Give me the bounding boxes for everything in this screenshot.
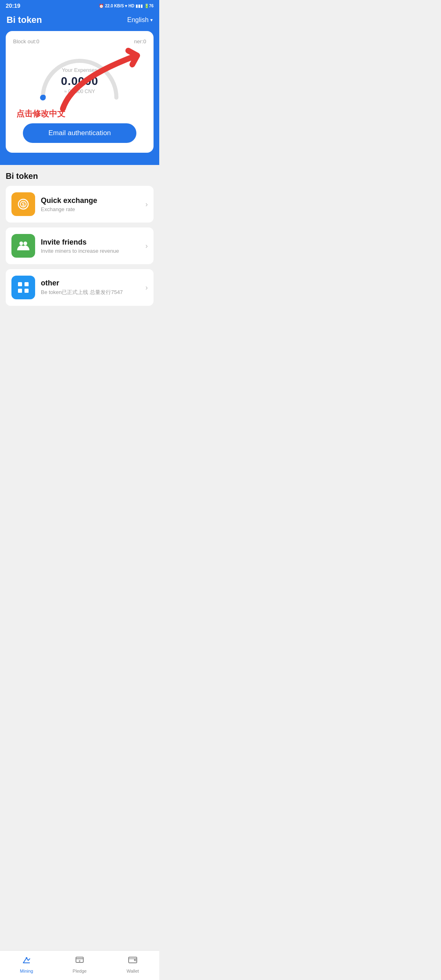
cny-value: ≈ 0.0000 CNY [61,89,98,94]
hd-icon: HD [128,4,134,8]
other-icon [11,276,35,299]
block-out-label: Block out:0 [13,38,39,45]
chinese-annotation: 点击修改中文 [16,108,146,119]
main-card: Block out:0 ner:0 Your Expenses 0.0000 ≈… [6,31,154,153]
invite-friends-text: Invite friends Invite miners to increase… [41,238,145,254]
signal-icon: ▮▮▮ [136,4,143,8]
section-title: Bi token [6,172,154,181]
expenses-value: 0.0000 [61,75,98,88]
gauge-container: Your Expenses 0.0000 ≈ 0.0000 CNY [13,49,146,102]
invite-friends-item[interactable]: Invite friends Invite miners to increase… [6,227,154,264]
svg-rect-8 [18,289,22,293]
content-section: Bi token $ Quick exchange Exchange rate … [0,165,159,343]
other-text: other Be token已正式上线 总量发行7547 [41,279,145,296]
svg-point-0 [40,95,46,100]
chevron-down-icon: ▾ [150,17,153,23]
other-title: other [41,279,145,287]
app-title: Bi token [7,15,42,25]
quick-exchange-title: Quick exchange [41,196,145,205]
invite-friends-chevron: › [145,242,148,250]
network-speed: 22.0 KB/S [105,4,124,8]
gauge-center: Your Expenses 0.0000 ≈ 0.0000 CNY [61,67,98,94]
card-header-row: Block out:0 ner:0 [13,38,146,45]
wifi-icon: ▾ [125,4,127,8]
app-header: Bi token English ▾ [0,11,159,25]
miner-label: ner:0 [134,38,146,45]
quick-exchange-icon: $ [11,192,35,216]
status-time: 20:19 [6,2,20,9]
battery-icon: 🔋76 [144,4,154,8]
other-chevron: › [145,283,148,292]
svg-text:$: $ [22,202,25,207]
language-label: English [127,16,149,24]
svg-rect-9 [24,289,29,293]
expenses-label: Your Expenses [61,67,98,73]
language-selector[interactable]: English ▾ [127,16,153,24]
status-icons: ⏰ 22.0 KB/S ▾ HD ▮▮▮ 🔋76 [99,4,154,8]
quick-exchange-item[interactable]: $ Quick exchange Exchange rate › [6,186,154,223]
svg-point-4 [20,242,23,245]
alarm-icon: ⏰ [99,4,104,8]
quick-exchange-subtitle: Exchange rate [41,206,145,212]
svg-point-5 [24,242,27,245]
svg-rect-7 [24,282,29,286]
quick-exchange-text: Quick exchange Exchange rate [41,196,145,212]
invite-friends-icon [11,234,35,258]
email-auth-button[interactable]: Email authentication [23,123,136,143]
other-subtitle: Be token已正式上线 总量发行7547 [41,289,145,296]
status-bar: 20:19 ⏰ 22.0 KB/S ▾ HD ▮▮▮ 🔋76 [0,0,159,11]
invite-friends-subtitle: Invite miners to increase revenue [41,248,145,254]
invite-friends-title: Invite friends [41,238,145,247]
svg-rect-6 [18,282,22,286]
quick-exchange-chevron: › [145,200,148,209]
card-area: Block out:0 ner:0 Your Expenses 0.0000 ≈… [0,25,159,165]
other-item[interactable]: other Be token已正式上线 总量发行7547 › [6,269,154,306]
